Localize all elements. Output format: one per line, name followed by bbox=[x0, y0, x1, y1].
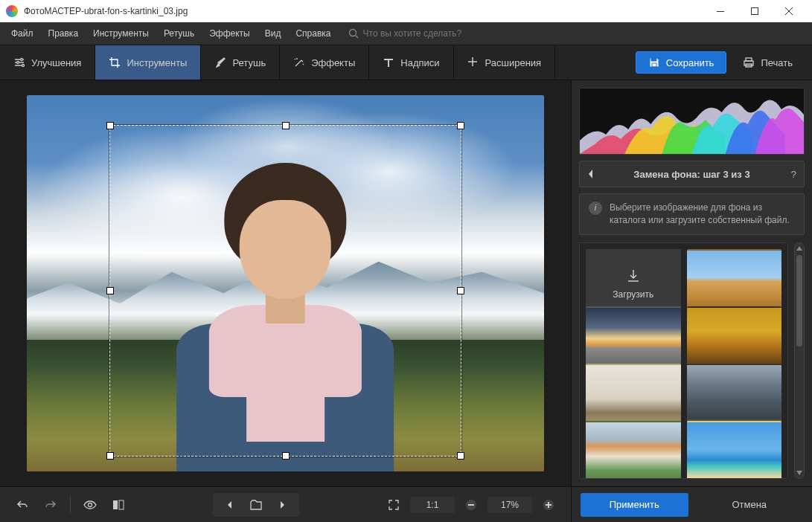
svg-rect-13 bbox=[468, 504, 474, 506]
app-logo-icon bbox=[6, 5, 18, 17]
save-button[interactable]: Сохранить bbox=[636, 51, 727, 74]
nav-prev-button[interactable] bbox=[216, 493, 243, 517]
maximize-button[interactable] bbox=[738, 0, 772, 22]
search-bar bbox=[348, 28, 512, 39]
menu-retouch[interactable]: Ретушь bbox=[157, 25, 201, 42]
search-input[interactable] bbox=[363, 28, 512, 39]
print-button[interactable]: Печать bbox=[734, 52, 802, 73]
fit-screen-button[interactable] bbox=[382, 493, 406, 517]
print-icon bbox=[743, 57, 755, 68]
svg-point-5 bbox=[22, 65, 25, 67]
menu-edit[interactable]: Правка bbox=[42, 25, 86, 42]
tab-label: Эффекты bbox=[311, 57, 355, 68]
nav-browse-button[interactable] bbox=[243, 493, 269, 517]
handle-tl[interactable] bbox=[106, 122, 114, 129]
help-button[interactable]: ? bbox=[791, 169, 796, 180]
canvas-area: 1:1 17% bbox=[0, 80, 571, 522]
zoom-display[interactable]: 17% bbox=[487, 497, 532, 513]
svg-rect-10 bbox=[113, 500, 118, 509]
text-icon bbox=[383, 57, 394, 68]
svg-point-3 bbox=[21, 59, 23, 61]
zoom-out-button[interactable] bbox=[459, 493, 483, 517]
menubar: Файл Правка Инструменты Ретушь Эффекты В… bbox=[0, 22, 812, 45]
app-name: ФотоМАСТЕР bbox=[24, 6, 81, 16]
redo-button[interactable] bbox=[39, 493, 63, 517]
info-box: i Выберите изображение для фона из катал… bbox=[579, 193, 805, 235]
info-icon: i bbox=[589, 202, 602, 215]
menu-view[interactable]: Вид bbox=[258, 25, 288, 42]
sidebar: Замена фона: шаг 3 из 3 ? i Выберите изо… bbox=[571, 80, 812, 522]
tab-label: Улучшения bbox=[31, 57, 81, 68]
menu-help[interactable]: Справка bbox=[289, 25, 337, 42]
tab-enhance[interactable]: Улучшения bbox=[0, 45, 95, 80]
handle-ml[interactable] bbox=[106, 287, 114, 294]
svg-point-9 bbox=[89, 503, 92, 506]
zoom-in-button[interactable] bbox=[537, 493, 560, 517]
brush-icon bbox=[214, 57, 226, 68]
minimize-button[interactable] bbox=[703, 0, 738, 22]
cancel-button[interactable]: Отмена bbox=[696, 493, 804, 517]
tab-effects[interactable]: Эффекты bbox=[280, 45, 369, 80]
titlebar: ФотоМАСТЕР - ubrat-fon-s-kartinki_03.jpg bbox=[0, 0, 812, 22]
tab-retouch[interactable]: Ретушь bbox=[201, 45, 280, 80]
thumbs-scrollbar[interactable] bbox=[794, 242, 805, 479]
menu-effects[interactable]: Эффекты bbox=[202, 25, 257, 42]
sidebar-footer: Применить Отмена bbox=[572, 486, 812, 522]
handle-br[interactable] bbox=[457, 452, 464, 460]
svg-rect-0 bbox=[717, 11, 724, 12]
plus-icon bbox=[467, 57, 479, 68]
crop-icon bbox=[109, 57, 121, 68]
handle-bm[interactable] bbox=[282, 452, 290, 460]
wand-icon bbox=[293, 57, 305, 68]
panel-title-text: Замена фона: шаг 3 из 3 bbox=[633, 169, 749, 180]
handle-mr[interactable] bbox=[457, 287, 464, 294]
search-icon bbox=[348, 28, 359, 39]
svg-rect-11 bbox=[119, 500, 124, 509]
svg-point-4 bbox=[17, 62, 19, 64]
handle-bl[interactable] bbox=[106, 452, 114, 460]
nav-next-button[interactable] bbox=[269, 493, 296, 517]
compare-button[interactable] bbox=[106, 493, 130, 517]
toolbar: Улучшения Инструменты Ретушь Эффекты Над… bbox=[0, 45, 812, 80]
info-text: Выберите изображение для фона из каталог… bbox=[610, 202, 795, 227]
undo-button[interactable] bbox=[10, 493, 34, 517]
tab-extensions[interactable]: Расширения bbox=[454, 45, 556, 80]
tab-label: Инструменты bbox=[127, 57, 187, 68]
sliders-icon bbox=[13, 57, 25, 68]
svg-rect-1 bbox=[752, 8, 758, 15]
tab-label: Расширения bbox=[485, 57, 542, 68]
scrollbar-thumb[interactable] bbox=[796, 255, 802, 347]
show-original-button[interactable] bbox=[78, 493, 102, 517]
menu-file[interactable]: Файл bbox=[4, 25, 40, 42]
load-label: Загрузить bbox=[613, 289, 653, 300]
svg-rect-16 bbox=[548, 502, 549, 508]
file-name: ubrat-fon-s-kartinki_03.jpg bbox=[84, 6, 188, 16]
save-label: Сохранить bbox=[666, 57, 715, 68]
bottom-toolbar: 1:1 17% bbox=[0, 486, 571, 522]
close-button[interactable] bbox=[772, 0, 806, 22]
menu-tools[interactable]: Инструменты bbox=[86, 25, 156, 42]
apply-button[interactable]: Применить bbox=[581, 493, 688, 517]
tab-label: Надписи bbox=[400, 57, 439, 68]
bg-thumb-beach[interactable] bbox=[687, 421, 782, 479]
print-label: Печать bbox=[761, 57, 793, 68]
svg-point-2 bbox=[349, 30, 356, 36]
back-button[interactable] bbox=[587, 169, 593, 179]
canvas-viewport[interactable] bbox=[0, 80, 571, 486]
tab-tools[interactable]: Инструменты bbox=[95, 45, 201, 80]
panel-title: Замена фона: шаг 3 из 3 ? bbox=[579, 161, 805, 187]
selection-box[interactable] bbox=[109, 125, 461, 456]
photo-image[interactable] bbox=[27, 95, 544, 471]
tab-label: Ретушь bbox=[232, 57, 266, 68]
save-icon bbox=[648, 57, 660, 68]
handle-tm[interactable] bbox=[282, 122, 290, 129]
tab-text[interactable]: Надписи bbox=[369, 45, 453, 80]
download-icon bbox=[626, 268, 641, 283]
background-thumbs: Загрузить bbox=[579, 242, 788, 479]
handle-tr[interactable] bbox=[457, 122, 464, 129]
bg-thumb-town[interactable] bbox=[586, 421, 681, 479]
ratio-button[interactable]: 1:1 bbox=[410, 497, 455, 513]
histogram bbox=[579, 88, 805, 155]
